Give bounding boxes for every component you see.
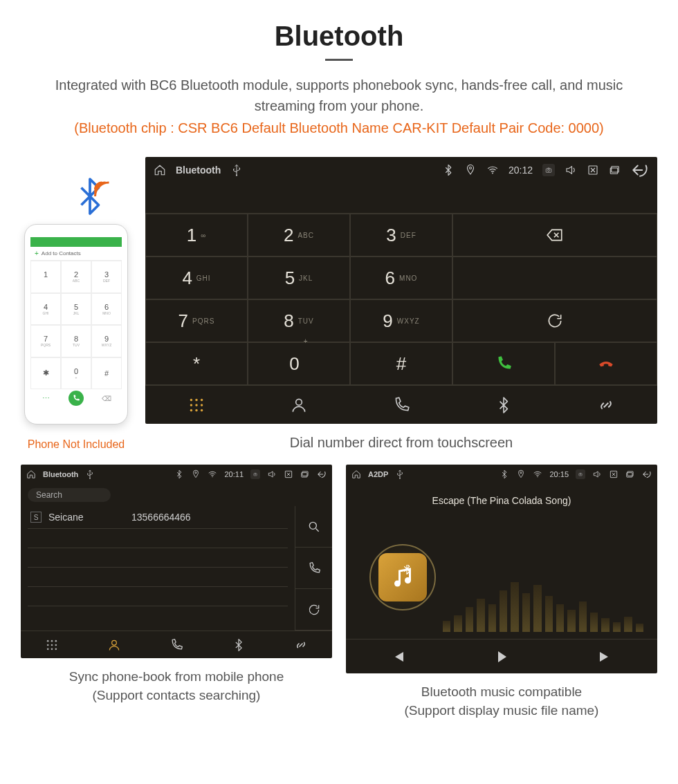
phone-topbar xyxy=(30,237,122,247)
refresh-side-button[interactable] xyxy=(295,589,332,631)
key-4[interactable]: 4GHI xyxy=(145,256,248,299)
phone-mockup: + Add to Contacts 1 2ABC3DEF 4GHI5JKL6MN… xyxy=(24,224,128,424)
key-1[interactable]: 1∞ xyxy=(145,214,248,256)
back-icon[interactable] xyxy=(631,164,649,176)
camera-icon[interactable] xyxy=(250,469,260,479)
equalizer-bars xyxy=(443,577,643,632)
usb-icon xyxy=(230,164,243,176)
refresh-button[interactable] xyxy=(452,299,657,342)
back-icon[interactable] xyxy=(642,469,652,479)
volume-icon[interactable] xyxy=(267,469,277,479)
tab-calls[interactable] xyxy=(350,386,452,424)
key-7[interactable]: 7PQRS xyxy=(145,299,248,342)
key-8[interactable]: 8TUV xyxy=(248,299,350,342)
list-item xyxy=(28,587,288,606)
call-button[interactable] xyxy=(452,342,555,385)
key-0[interactable]: 0+ xyxy=(248,342,350,385)
usb-icon xyxy=(395,469,405,479)
album-art xyxy=(369,544,436,610)
search-input[interactable]: Search xyxy=(28,488,111,502)
contact-initial: S xyxy=(30,512,42,523)
recent-apps-icon[interactable] xyxy=(625,469,635,479)
location-icon xyxy=(191,469,201,479)
title-underline xyxy=(325,59,353,61)
list-item xyxy=(28,548,288,568)
dialer-caption: Dial number direct from touchscreen xyxy=(145,435,657,451)
phone-add-contacts: + Add to Contacts xyxy=(30,247,122,261)
status-time: 20:12 xyxy=(508,165,533,176)
camera-icon[interactable] xyxy=(576,469,585,479)
key-3[interactable]: 3DEF xyxy=(350,214,452,256)
list-item xyxy=(28,529,288,548)
recent-apps-icon[interactable] xyxy=(300,469,310,479)
close-app-icon[interactable] xyxy=(609,469,619,479)
home-icon[interactable] xyxy=(26,469,36,479)
home-icon[interactable] xyxy=(351,469,361,479)
music-caption-l2: (Support display music file name) xyxy=(346,702,657,720)
status-time: 20:11 xyxy=(224,470,244,478)
contact-name: Seicane xyxy=(48,512,125,523)
tab-keypad[interactable] xyxy=(21,631,83,658)
wifi-icon xyxy=(533,469,542,479)
back-icon[interactable] xyxy=(317,469,327,479)
key-star[interactable]: * xyxy=(145,342,248,385)
search-button[interactable] xyxy=(295,506,332,548)
tab-bluetooth[interactable] xyxy=(208,631,270,658)
key-2[interactable]: 2ABC xyxy=(248,214,350,256)
key-5[interactable]: 5JKL xyxy=(248,256,350,299)
tab-pair[interactable] xyxy=(555,386,657,424)
bluetooth-icon xyxy=(442,164,455,176)
phone-call-icon xyxy=(68,391,84,406)
page-description: Integrated with BC6 Bluetooth module, su… xyxy=(28,75,650,116)
status-title: Bluetooth xyxy=(43,470,78,478)
hangup-button[interactable] xyxy=(555,342,657,385)
tab-calls[interactable] xyxy=(145,631,208,658)
status-title: Bluetooth xyxy=(176,165,221,176)
phone-add-contacts-label: Add to Contacts xyxy=(42,250,81,256)
list-item xyxy=(28,568,288,587)
close-app-icon[interactable] xyxy=(587,164,599,176)
volume-icon[interactable] xyxy=(565,164,577,176)
key-6[interactable]: 6MNO xyxy=(350,256,452,299)
tab-contacts[interactable] xyxy=(83,631,145,658)
page-title: Bluetooth xyxy=(21,21,657,52)
phonebook-caption-l1: Sync phone-book from mobile phone xyxy=(21,668,332,687)
camera-icon[interactable] xyxy=(542,164,555,176)
music-caption: Bluetooth music compatible (Support disp… xyxy=(346,683,657,720)
key-9[interactable]: 9WXYZ xyxy=(350,299,452,342)
contact-row[interactable]: S Seicane 13566664466 xyxy=(28,506,288,529)
backspace-button[interactable] xyxy=(452,214,657,256)
tab-contacts[interactable] xyxy=(248,386,350,424)
phone-small-keypad: 1 2ABC3DEF 4GHI5JKL6MNO 7PQRS8TUV9WXYZ ✱… xyxy=(30,261,122,389)
music-caption-l1: Bluetooth music compatible xyxy=(346,683,657,702)
track-title: Escape (The Pina Colada Song) xyxy=(432,495,571,506)
phonebook-caption-l2: (Support contacts searching) xyxy=(21,687,332,705)
bluetooth-icon xyxy=(174,469,184,479)
tab-bluetooth[interactable] xyxy=(452,386,555,424)
bluetooth-logo-icon xyxy=(69,176,111,217)
close-app-icon[interactable] xyxy=(284,469,293,479)
volume-icon[interactable] xyxy=(592,469,602,479)
music-panel: A2DP 20:15 Escape (The Pina Colada Song) xyxy=(346,465,657,673)
status-title: A2DP xyxy=(368,470,388,478)
play-button[interactable] xyxy=(493,648,510,665)
usb-icon xyxy=(85,469,95,479)
dial-display xyxy=(145,183,657,214)
next-button[interactable] xyxy=(597,648,614,665)
contact-number: 13566664466 xyxy=(131,512,191,523)
dialer-panel: Bluetooth 20:12 1∞ 2ABC xyxy=(145,157,657,424)
key-blank-1 xyxy=(452,256,657,299)
phonebook-caption: Sync phone-book from mobile phone (Suppo… xyxy=(21,668,332,704)
recent-apps-icon[interactable] xyxy=(609,164,621,176)
prev-button[interactable] xyxy=(390,648,406,665)
home-icon[interactable] xyxy=(154,164,166,176)
wifi-icon xyxy=(208,469,217,479)
wifi-icon xyxy=(486,164,499,176)
call-side-button[interactable] xyxy=(295,548,332,589)
tab-pair[interactable] xyxy=(270,631,332,658)
bluetooth-icon xyxy=(500,469,509,479)
status-time: 20:15 xyxy=(549,470,569,478)
key-hash[interactable]: # xyxy=(350,342,452,385)
tab-keypad[interactable] xyxy=(145,386,248,424)
location-icon xyxy=(464,164,477,176)
